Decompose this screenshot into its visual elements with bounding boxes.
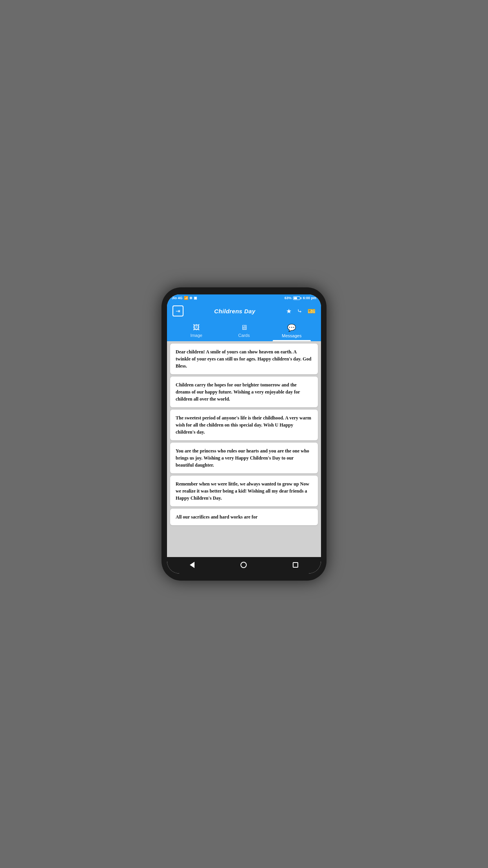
message-text-2: Children carry the hopes for our brighte… xyxy=(176,381,312,403)
message-text-4: You are the princess who rules our heart… xyxy=(176,447,312,469)
bottom-nav xyxy=(167,557,321,574)
status-left: Jio 4G 📶 ⊛ ▣ xyxy=(172,296,197,300)
back-button[interactable]: ⇥ xyxy=(172,305,183,316)
message-card-3[interactable]: The sweetest period of anyone's life is … xyxy=(170,410,318,440)
image-tab-icon: 🖼 xyxy=(193,324,200,332)
cards-tab-icon: 🖥 xyxy=(240,324,248,332)
gift-button[interactable]: 🎫 xyxy=(308,307,316,315)
messages-tab-icon: 💬 xyxy=(287,324,296,332)
message-card-6[interactable]: All our sacrifices and hard works are fo… xyxy=(170,509,318,525)
tab-messages[interactable]: 💬 Messages xyxy=(268,321,316,341)
battery-icon xyxy=(293,296,301,300)
message-card-5[interactable]: Remember when we were little, we always … xyxy=(170,476,318,506)
messages-tab-label: Messages xyxy=(282,333,301,338)
tab-image[interactable]: 🖼 Image xyxy=(172,321,220,341)
back-icon: ⇥ xyxy=(176,308,180,314)
cards-tab-label: Cards xyxy=(238,333,250,338)
tabs-bar: 🖼 Image 🖥 Cards 💬 Messages xyxy=(172,321,316,341)
wifi-icon: ⊛ xyxy=(189,296,193,300)
signal-bars: 📶 xyxy=(184,296,188,300)
message-text-6: All our sacrifices and hard works are fo… xyxy=(176,513,312,520)
star-button[interactable]: ★ xyxy=(286,307,292,315)
message-text-1: Dear children! A smile of yours can show… xyxy=(176,348,312,370)
time-display: 6:00 pm xyxy=(303,296,316,300)
message-card-1[interactable]: Dear children! A smile of yours can show… xyxy=(170,344,318,374)
recents-square-icon xyxy=(293,562,298,568)
share-button[interactable]: ⤷ xyxy=(297,307,302,315)
home-circle-icon xyxy=(240,562,247,568)
phone-shell: Jio 4G 📶 ⊛ ▣ 63% 6:00 pm ⇥ xyxy=(161,287,327,581)
header-top: ⇥ Childrens Day ★ ⤷ 🎫 xyxy=(172,305,316,316)
message-text-5: Remember when we were little, we always … xyxy=(176,480,312,502)
data-icon: ▣ xyxy=(194,296,197,300)
status-bar: Jio 4G 📶 ⊛ ▣ 63% 6:00 pm xyxy=(167,294,321,302)
app-header: ⇥ Childrens Day ★ ⤷ 🎫 🖼 Image 🖥 Cards xyxy=(167,302,321,341)
message-card-2[interactable]: Children carry the hopes for our brighte… xyxy=(170,377,318,407)
messages-list: Dear children! A smile of yours can show… xyxy=(167,341,321,557)
status-right: 63% 6:00 pm xyxy=(284,296,316,300)
nav-back-button[interactable] xyxy=(183,560,201,570)
battery-percent: 63% xyxy=(284,296,292,300)
app-title: Childrens Day xyxy=(214,308,255,314)
message-card-4[interactable]: You are the princess who rules our heart… xyxy=(170,443,318,473)
back-triangle-icon xyxy=(190,562,194,568)
header-icons: ★ ⤷ 🎫 xyxy=(286,307,316,315)
image-tab-label: Image xyxy=(190,333,202,338)
nav-home-button[interactable] xyxy=(234,560,253,570)
tab-cards[interactable]: 🖥 Cards xyxy=(220,321,268,341)
carrier-text: Jio 4G xyxy=(172,296,183,300)
phone-screen: Jio 4G 📶 ⊛ ▣ 63% 6:00 pm ⇥ xyxy=(167,294,321,574)
message-text-3: The sweetest period of anyone's life is … xyxy=(176,414,312,436)
nav-recents-button[interactable] xyxy=(286,561,305,569)
